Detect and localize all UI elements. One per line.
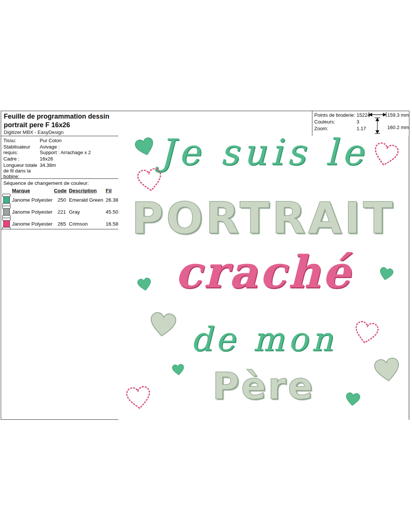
zoom-label: Zoom: (314, 126, 328, 131)
spool-icon (2, 206, 10, 218)
design-height-value: 160.2 mm (387, 125, 409, 130)
spool-icon (2, 194, 10, 206)
thread-brand: Janome Polyester (12, 197, 54, 203)
info-label: Stabilisateur requis: (3, 144, 40, 155)
design-text: Père (118, 368, 409, 404)
thread-description: Emerald Green (67, 197, 106, 203)
info-label: Cadre : (3, 156, 40, 162)
info-value: Pur Coton (40, 138, 117, 143)
thread-code: 221 (54, 209, 67, 215)
col-fil: Fil (106, 188, 116, 193)
design-preview: Je suis lePORTRAITcrachéde monPère (118, 136, 409, 420)
info-value: 34.38m (40, 162, 117, 179)
thread-brand: Janome Polyester (12, 209, 54, 215)
info-row: Cadre :16x26 (3, 156, 117, 162)
heart-icon (136, 277, 153, 292)
thread-code: 250 (54, 197, 67, 203)
thread-description: Crimson (67, 221, 106, 227)
sidebar-info-list: Tissu:Pur CotonStabilisateur requis:Aviv… (3, 138, 117, 179)
color-sequence-panel: Séquence de changement de couleur: Marqu… (1, 178, 119, 229)
design-text: craché (118, 250, 409, 294)
sheet-title-block: Feuille de programmation dessin portrait… (1, 111, 312, 136)
info-row: Longueur totale de fil dans la bobine:34… (3, 162, 117, 179)
col-description: Description (67, 188, 106, 193)
notes-panel (1, 229, 119, 420)
zoom-value: 1.17 (357, 126, 366, 131)
software-name: Digitizer MBX - EasyDesign (4, 129, 312, 135)
col-code: Code (54, 188, 67, 193)
thread-brand: Janome Polyester (12, 221, 54, 227)
design-text: PORTRAIT (118, 196, 409, 240)
info-label: Tissu: (3, 138, 40, 143)
stitch-count-value: 15224 (357, 112, 370, 118)
col-marque: Marque (12, 188, 54, 193)
heart-icon (136, 167, 164, 193)
heart-icon (148, 311, 178, 338)
stats-panel: Points de broderie: 15224 Couleurs: 3 Zo… (312, 111, 409, 136)
heart-icon (171, 363, 185, 376)
design-text: Je suis le (118, 136, 409, 170)
heart-icon (373, 356, 402, 383)
heart-icon (345, 392, 361, 407)
info-row: Tissu:Pur Coton (3, 138, 117, 143)
colors-label: Couleurs: (314, 119, 335, 125)
thread-row: Janome Polyester221Gray45.50m (1, 206, 118, 218)
design-name: portrait pere F 16x26 (4, 121, 312, 129)
heart-icon (352, 320, 380, 346)
design-width-value: 159.3 mm (387, 112, 409, 118)
heart-icon (125, 385, 152, 411)
info-value: Avivage : Support : Arrachage x 2 (40, 144, 117, 155)
embroidery-sheet: { "header": { "title_line1": "Feuille de… (0, 0, 412, 532)
thread-table-header: Marque Code Description Fil (1, 187, 118, 194)
thread-row: Janome Polyester265Crimson16.58m (1, 218, 118, 230)
height-arrow-icon (374, 117, 381, 134)
thread-table: Marque Code Description Fil Janome Polye… (1, 187, 118, 230)
thread-rows: Janome Polyester250Emerald Green26.38mJa… (1, 194, 118, 230)
heart-icon (378, 266, 394, 282)
width-arrow-icon (369, 112, 387, 117)
info-label: Longueur totale de fil dans la bobine: (3, 162, 40, 179)
fabric-info-panel: Tissu:Pur CotonStabilisateur requis:Aviv… (1, 136, 119, 179)
colors-value: 3 (357, 119, 359, 125)
thread-row: Janome Polyester250Emerald Green26.38m (1, 194, 118, 206)
color-sequence-title: Séquence de changement de couleur: (1, 179, 118, 187)
thread-code: 265 (54, 221, 67, 227)
spool-icon (2, 218, 10, 230)
sheet-title: Feuille de programmation dessin (4, 112, 312, 121)
sheet-header: Feuille de programmation dessin portrait… (1, 111, 409, 136)
stitch-count-label: Points de broderie: (314, 112, 355, 118)
info-value: 16x26 (40, 156, 117, 162)
thread-description: Gray (67, 209, 106, 215)
info-row: Stabilisateur requis:Avivage : Support :… (3, 144, 117, 155)
